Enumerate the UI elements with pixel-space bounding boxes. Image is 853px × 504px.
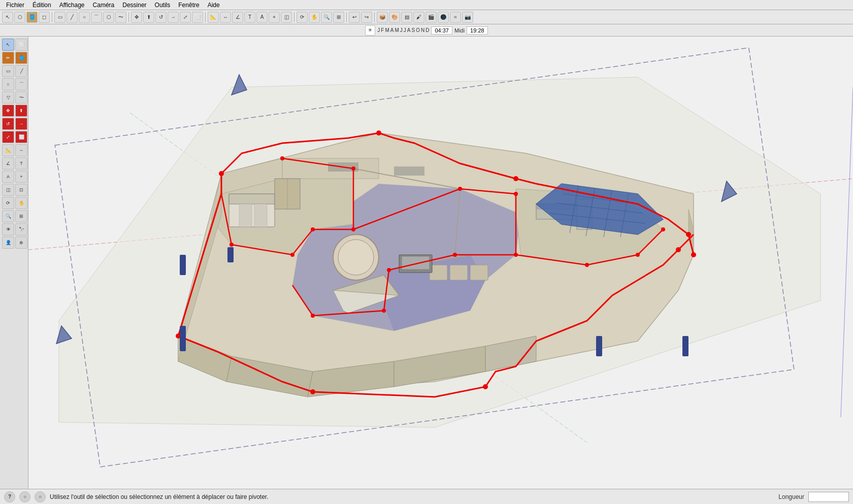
tool-polygon[interactable]: ⬡ — [103, 12, 114, 23]
tool-row-6: ✥ ⬆ — [2, 105, 26, 117]
tool-rotate[interactable]: ↺ — [155, 12, 167, 23]
left-tool-circle[interactable]: ○ — [2, 78, 14, 90]
tool-component[interactable]: ⬡ — [14, 12, 25, 23]
left-tool-protractor[interactable]: ∠ — [2, 157, 14, 170]
left-tool-zoomext[interactable]: ⊞ — [15, 210, 27, 222]
time-display[interactable]: 04:37 — [431, 26, 452, 35]
tool-line[interactable]: ╱ — [67, 12, 78, 23]
tool-axes[interactable]: + — [269, 12, 280, 23]
tool-protractor[interactable]: ∠ — [232, 12, 243, 23]
left-tool-rect[interactable]: ▭ — [2, 65, 14, 77]
left-tool-dim[interactable]: ↔ — [15, 144, 27, 156]
menu-aide[interactable]: Aide — [204, 1, 224, 10]
left-tool-tape[interactable]: 📐 — [2, 144, 14, 156]
menu-outils[interactable]: Outils — [151, 1, 175, 10]
tool-followme[interactable]: → — [168, 12, 179, 23]
left-tool-section2[interactable]: ⊡ — [15, 184, 27, 196]
month-m2[interactable]: M — [395, 27, 399, 33]
month-d[interactable]: D — [425, 27, 429, 33]
left-tool-walk[interactable]: 👤 — [2, 237, 14, 249]
svg-rect-34 — [254, 204, 267, 227]
tool-zoom[interactable]: 🔍 — [321, 12, 332, 23]
menu-fichier[interactable]: Fichier — [2, 1, 28, 10]
month-j2[interactable]: J — [400, 27, 403, 33]
tool-circle[interactable]: ○ — [79, 12, 90, 23]
month-o[interactable]: O — [416, 27, 420, 33]
tool-paint[interactable]: 🪣 — [26, 12, 38, 23]
left-tool-orbit[interactable]: ⟳ — [2, 197, 14, 209]
tool-orbit[interactable]: ⟳ — [297, 12, 308, 23]
svg-point-79 — [636, 253, 640, 257]
left-tool-zoom[interactable]: 🔍 — [2, 210, 14, 222]
tool-photo[interactable]: 📷 — [462, 12, 473, 23]
month-f[interactable]: F — [381, 27, 384, 33]
left-tool-line[interactable]: ╱ — [15, 65, 27, 77]
tool-dimension[interactable]: ↔ — [220, 12, 231, 23]
status-info-btn[interactable]: ? — [4, 491, 15, 502]
left-tool-pencil[interactable]: ✏ — [2, 52, 14, 64]
tool-rectangle[interactable]: ▭ — [54, 12, 65, 23]
status-minus-btn[interactable]: ○ — [19, 491, 30, 502]
month-a2[interactable]: A — [407, 27, 411, 33]
tool-pan[interactable]: ✋ — [309, 12, 320, 23]
menu-edition[interactable]: Édition — [28, 1, 55, 10]
left-tool-section[interactable]: ◫ — [2, 184, 14, 196]
month-j3[interactable]: J — [404, 27, 406, 33]
month-s[interactable]: S — [411, 27, 415, 33]
menu-fenetre[interactable]: Fenêtre — [174, 1, 203, 10]
month-j1[interactable]: J — [377, 27, 380, 33]
left-tool-position[interactable]: ⊕ — [15, 237, 27, 249]
month-a1[interactable]: A — [390, 27, 394, 33]
menu-affichage[interactable]: Affichage — [55, 1, 89, 10]
left-tool-zoomwin[interactable]: 🔭 — [15, 223, 27, 236]
month-m1[interactable]: M — [385, 27, 389, 33]
menu-dessiner[interactable]: Dessiner — [118, 1, 150, 10]
left-tool-paint[interactable]: 🪣 — [15, 52, 27, 64]
tool-undo[interactable]: ↩ — [349, 12, 360, 23]
left-tool-rotate[interactable]: ↺ — [2, 118, 14, 130]
tool-zoomextents[interactable]: ⊞ — [333, 12, 344, 23]
month-n[interactable]: N — [421, 27, 424, 33]
tool-redo[interactable]: ↪ — [361, 12, 372, 23]
tool-move[interactable]: ✥ — [131, 12, 142, 23]
tool-shadows[interactable]: 🌑 — [438, 12, 449, 23]
left-tool-polygon[interactable]: ▽ — [2, 91, 14, 104]
tool-section[interactable]: ◫ — [281, 12, 292, 23]
tool-materials[interactable]: 🎨 — [389, 12, 400, 23]
left-tool-select-area[interactable]: ⬜ — [15, 39, 27, 51]
status-plus-btn[interactable]: ○ — [35, 491, 46, 502]
left-tool-offset[interactable]: ⬜ — [15, 131, 27, 143]
tool-scale[interactable]: ⤢ — [180, 12, 191, 23]
tool-arc[interactable]: ⌒ — [91, 12, 102, 23]
left-tool-move[interactable]: ✥ — [2, 105, 14, 117]
menu-camera[interactable]: Caméra — [89, 1, 119, 10]
status-bar: ? ○ ○ Utilisez l'outil de sélection ou s… — [0, 489, 853, 504]
tool-offset[interactable]: ⬜ — [192, 12, 203, 23]
tool-pushpull[interactable]: ⬆ — [143, 12, 154, 23]
tool-component-browser[interactable]: 📦 — [377, 12, 388, 23]
left-tool-3dtext[interactable]: A — [2, 171, 14, 183]
left-tool-axes[interactable]: + — [15, 171, 27, 183]
left-tool-followme[interactable]: → — [15, 118, 27, 130]
viewport[interactable] — [28, 37, 853, 489]
left-tool-scale[interactable]: ⤢ — [2, 131, 14, 143]
tool-text[interactable]: T — [244, 12, 255, 23]
left-tool-pan[interactable]: ✋ — [15, 197, 27, 209]
tool-freehand[interactable]: 〜 — [115, 12, 126, 23]
sun-toggle[interactable]: ☀ — [365, 25, 375, 36]
tool-select[interactable]: ↖ — [2, 12, 13, 23]
tool-eraser[interactable]: ◻ — [39, 12, 50, 23]
left-tool-arc[interactable]: ⌒ — [15, 78, 27, 90]
tool-3dtext[interactable]: A — [256, 12, 268, 23]
tool-tape[interactable]: 📐 — [208, 12, 219, 23]
tool-styles[interactable]: 🖌 — [413, 12, 424, 23]
tool-layers[interactable]: ▤ — [401, 12, 412, 23]
left-tool-select[interactable]: ↖ — [2, 39, 14, 51]
left-tool-lookaround[interactable]: 👁 — [2, 223, 14, 236]
left-tool-text[interactable]: T — [15, 157, 27, 170]
tool-scenes[interactable]: 🎬 — [425, 12, 437, 23]
left-tool-freehand[interactable]: 〜 — [15, 91, 27, 104]
left-tool-pushpull[interactable]: ⬆ — [15, 105, 27, 117]
tool-fog[interactable]: ≈ — [450, 12, 461, 23]
longueur-input[interactable] — [808, 492, 849, 502]
